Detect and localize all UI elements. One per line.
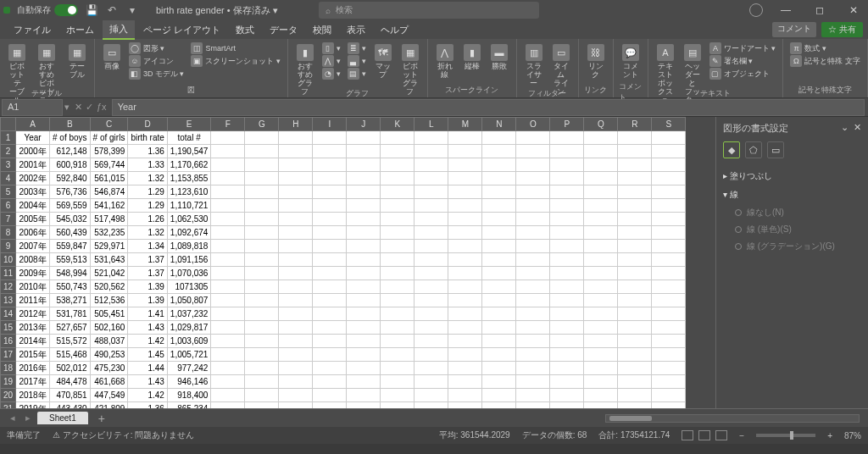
col-header[interactable]: J xyxy=(347,118,381,131)
cell[interactable]: 546,874 xyxy=(90,185,128,199)
cell[interactable] xyxy=(211,213,245,226)
cell[interactable] xyxy=(448,226,482,240)
cell[interactable] xyxy=(584,402,618,409)
pagebreak-view-button[interactable] xyxy=(715,430,727,440)
row-header[interactable]: 3 xyxy=(1,158,16,172)
cell[interactable] xyxy=(550,172,584,185)
name-box[interactable]: A1 xyxy=(2,99,63,116)
row-header[interactable]: 11 xyxy=(1,267,16,280)
cell[interactable] xyxy=(516,267,550,280)
cell[interactable] xyxy=(245,389,279,402)
cell[interactable]: 561,015 xyxy=(90,172,128,185)
cell[interactable] xyxy=(211,389,245,402)
cell[interactable] xyxy=(279,267,313,280)
cell[interactable]: 2014年 xyxy=(16,335,50,348)
cell[interactable] xyxy=(211,158,245,172)
cell[interactable] xyxy=(245,280,279,294)
cell[interactable] xyxy=(448,199,482,213)
row-header[interactable]: 17 xyxy=(1,348,16,362)
cell[interactable] xyxy=(550,402,584,409)
cell[interactable] xyxy=(618,213,652,226)
cell[interactable]: 1.37 xyxy=(128,267,167,280)
cell[interactable] xyxy=(584,226,618,240)
cell[interactable] xyxy=(313,321,347,335)
cell[interactable]: 490,253 xyxy=(90,348,128,362)
object-button[interactable]: ▢オブジェクト xyxy=(708,68,778,80)
cell[interactable] xyxy=(381,267,415,280)
cell[interactable] xyxy=(618,389,652,402)
cell[interactable] xyxy=(516,253,550,267)
cell[interactable] xyxy=(279,362,313,375)
cell[interactable] xyxy=(584,131,618,145)
undo-icon[interactable]: ↶ xyxy=(105,3,119,17)
cell[interactable] xyxy=(279,375,313,389)
cell[interactable]: # of girls xyxy=(90,131,128,145)
shapes-button[interactable]: ◯図形 ▾ xyxy=(127,42,186,54)
cell[interactable]: 505,451 xyxy=(90,307,128,321)
cell[interactable]: 2003年 xyxy=(16,185,50,199)
col-header[interactable]: M xyxy=(448,118,482,131)
cell[interactable] xyxy=(245,131,279,145)
cell[interactable] xyxy=(211,335,245,348)
cell[interactable] xyxy=(584,280,618,294)
cell[interactable]: 421,809 xyxy=(90,402,128,409)
cell[interactable]: 531,643 xyxy=(90,253,128,267)
cell[interactable] xyxy=(482,226,516,240)
col-header[interactable]: I xyxy=(313,118,347,131)
cell[interactable] xyxy=(550,335,584,348)
cell[interactable] xyxy=(245,213,279,226)
pivotchart-button[interactable]: ▦ピボットグラフ xyxy=(398,42,422,98)
cell[interactable] xyxy=(482,172,516,185)
row-header[interactable]: 16 xyxy=(1,335,16,348)
cell[interactable] xyxy=(415,253,448,267)
cell[interactable] xyxy=(618,335,652,348)
cell[interactable] xyxy=(516,145,550,158)
cell[interactable] xyxy=(482,158,516,172)
cell[interactable] xyxy=(516,375,550,389)
cell[interactable] xyxy=(448,348,482,362)
cell[interactable]: 1.34 xyxy=(128,240,167,253)
cell[interactable]: 2016年 xyxy=(16,362,50,375)
cell[interactable]: 560,439 xyxy=(50,226,91,240)
pane-close-icon[interactable]: ✕ xyxy=(854,122,861,132)
cell[interactable] xyxy=(313,158,347,172)
comment-button[interactable]: コメント xyxy=(772,22,816,37)
cell[interactable] xyxy=(550,240,584,253)
cell[interactable] xyxy=(482,240,516,253)
cell[interactable] xyxy=(550,280,584,294)
cell[interactable] xyxy=(211,240,245,253)
cell[interactable] xyxy=(584,158,618,172)
pivottable-button[interactable]: ▦ピボットテ ーブル xyxy=(5,42,29,106)
cell[interactable] xyxy=(313,294,347,307)
cell[interactable]: 2006年 xyxy=(16,226,50,240)
cell[interactable] xyxy=(347,267,381,280)
cell[interactable] xyxy=(550,307,584,321)
link-button[interactable]: ⛓リン ク xyxy=(584,42,608,81)
cell[interactable] xyxy=(245,362,279,375)
symbol-button[interactable]: Ω記号と特殊 文字 xyxy=(788,55,862,67)
cell[interactable] xyxy=(347,131,381,145)
cell[interactable] xyxy=(245,240,279,253)
zoom-slider[interactable] xyxy=(756,434,815,437)
cell[interactable]: 1,062,530 xyxy=(167,213,211,226)
cell[interactable] xyxy=(245,335,279,348)
cell[interactable] xyxy=(245,294,279,307)
cell[interactable] xyxy=(516,240,550,253)
cell[interactable] xyxy=(618,131,652,145)
cell[interactable]: 600,918 xyxy=(50,158,91,172)
cell[interactable] xyxy=(279,158,313,172)
cell[interactable] xyxy=(211,294,245,307)
line-none-option[interactable]: 線なし(N) xyxy=(723,204,861,221)
row-header[interactable]: 20 xyxy=(1,389,16,402)
chart-hier-button[interactable]: ≣▾ xyxy=(346,42,368,54)
row-header[interactable]: 8 xyxy=(1,226,16,240)
menu-tab-7[interactable]: 表示 xyxy=(340,21,372,39)
menu-tab-3[interactable]: ページ レイアウト xyxy=(136,21,227,39)
zoom-in-icon[interactable]: + xyxy=(827,431,832,440)
cell[interactable]: 2007年 xyxy=(16,240,50,253)
cell[interactable] xyxy=(381,213,415,226)
cell[interactable]: Year xyxy=(16,131,50,145)
cell[interactable] xyxy=(448,362,482,375)
cell[interactable] xyxy=(516,280,550,294)
cell[interactable]: 1.37 xyxy=(128,253,167,267)
